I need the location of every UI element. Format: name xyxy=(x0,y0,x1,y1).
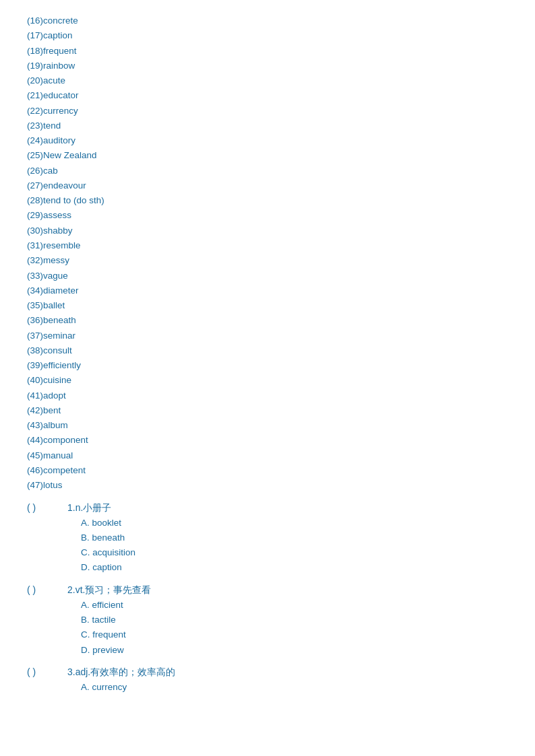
vocab-item: (45)manual xyxy=(27,448,508,463)
vocab-item: (42)bent xyxy=(27,403,508,418)
quiz-item: ( )3.adj.有效率的；效率高的A. currency xyxy=(27,664,508,695)
quiz-option: B. tactile xyxy=(81,613,508,627)
vocab-item: (44)component xyxy=(27,433,508,448)
vocab-item: (47)lotus xyxy=(27,478,508,493)
quiz-option: D. preview xyxy=(81,643,508,658)
vocab-item: (34)diameter xyxy=(27,283,508,298)
vocab-item: (25)New Zealand xyxy=(27,148,508,163)
quiz-question: 2.vt.预习；事先查看 xyxy=(67,582,151,598)
quiz-option: A. currency xyxy=(81,680,508,695)
quiz-paren: ( ) xyxy=(27,500,67,516)
vocab-item: (24)auditory xyxy=(27,133,508,148)
quiz-option: D. caption xyxy=(81,560,508,575)
quiz-option: C. acquisition xyxy=(81,545,508,560)
vocab-item: (32)messy xyxy=(27,253,508,268)
vocab-item: (38)consult xyxy=(27,343,508,358)
vocab-item: (27)endeavour xyxy=(27,178,508,193)
vocab-item: (43)album xyxy=(27,418,508,433)
vocab-item: (23)tend xyxy=(27,118,508,133)
vocab-item: (35)ballet xyxy=(27,298,508,313)
vocab-list: (16)concrete(17)caption(18)frequent(19)r… xyxy=(27,13,508,493)
vocab-item: (40)cuisine xyxy=(27,373,508,388)
vocab-item: (39)efficiently xyxy=(27,358,508,373)
vocab-item: (16)concrete xyxy=(27,13,508,28)
vocab-item: (19)rainbow xyxy=(27,59,508,73)
vocab-item: (22)currency xyxy=(27,104,508,118)
quiz-option: A. booklet xyxy=(81,516,508,530)
quiz-section: ( )1.n.小册子A. bookletB. beneathC. acquisi… xyxy=(27,500,508,695)
vocab-item: (46)competent xyxy=(27,463,508,478)
vocab-item: (20)acute xyxy=(27,73,508,88)
vocab-item: (37)seminar xyxy=(27,329,508,343)
quiz-paren: ( ) xyxy=(27,582,67,598)
vocab-item: (41)adopt xyxy=(27,388,508,403)
vocab-item: (33)vague xyxy=(27,269,508,283)
quiz-option: C. frequent xyxy=(81,627,508,642)
vocab-item: (18)frequent xyxy=(27,44,508,59)
vocab-item: (26)cab xyxy=(27,164,508,178)
vocab-item: (21)educator xyxy=(27,88,508,103)
quiz-item: ( )1.n.小册子A. bookletB. beneathC. acquisi… xyxy=(27,500,508,576)
vocab-item: (30)shabby xyxy=(27,224,508,238)
quiz-question: 3.adj.有效率的；效率高的 xyxy=(67,664,175,680)
vocab-item: (36)beneath xyxy=(27,313,508,328)
quiz-question: 1.n.小册子 xyxy=(67,500,111,516)
vocab-item: (28)tend to (do sth) xyxy=(27,193,508,208)
vocab-item: (31)resemble xyxy=(27,238,508,253)
vocab-item: (29)assess xyxy=(27,208,508,223)
quiz-option: B. beneath xyxy=(81,530,508,545)
vocab-item: (17)caption xyxy=(27,28,508,43)
quiz-option: A. efficient xyxy=(81,598,508,613)
quiz-paren: ( ) xyxy=(27,664,67,680)
quiz-item: ( )2.vt.预习；事先查看A. efficientB. tactileC. … xyxy=(27,582,508,658)
